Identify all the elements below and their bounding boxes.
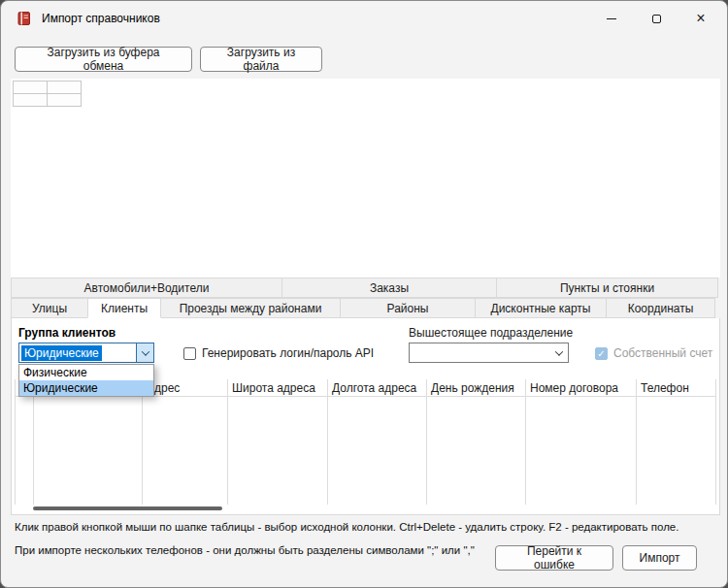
generate-api-checkbox[interactable]: Генерировать логин/пароль API: [183, 346, 374, 360]
own-account-label: Собственный счет: [613, 346, 712, 360]
window-controls: ×: [589, 1, 723, 36]
titlebar: Импорт справочников ×: [1, 1, 727, 36]
tab-row-2: Улицы Клиенты Проезды между районами Рай…: [11, 298, 715, 318]
hint-line-1: Клик правой кнопкой мыши по шапке таблиц…: [15, 521, 678, 533]
app-icon: [17, 11, 32, 26]
dropdown-option-legal-entities[interactable]: Юридические: [19, 380, 153, 396]
tab-streets[interactable]: Улицы: [11, 298, 88, 318]
load-from-clipboard-button[interactable]: Загрузить из буфера обмена: [15, 47, 192, 72]
parent-division-label: Вышестоящее подразделение: [409, 326, 573, 340]
column-separator: [426, 379, 427, 505]
minimize-button[interactable]: [589, 1, 634, 36]
tab-clients[interactable]: Клиенты: [87, 298, 161, 318]
tab-orders[interactable]: Заказы: [281, 278, 497, 298]
scrollbar-thumb[interactable]: [33, 506, 222, 510]
column-header-contract[interactable]: Номер договора: [525, 379, 636, 397]
column-header-birthday[interactable]: День рождения: [426, 379, 525, 397]
import-directories-window: Импорт справочников × Загрузить из буфер…: [0, 0, 728, 588]
column-separator: [227, 379, 228, 505]
tab-row-1: Автомобили+Водители Заказы Пункты и стоя…: [11, 278, 718, 298]
tab-points-parking[interactable]: Пункты и стоянки: [496, 278, 718, 298]
clients-tab-panel: Группа клиентов Юридические Генерировать…: [11, 318, 720, 515]
client-group-label: Группа клиентов: [18, 326, 116, 340]
load-from-file-button[interactable]: Загрузить из файла: [200, 47, 322, 72]
own-account-checkbox: ✓ Собственный счет: [595, 346, 712, 360]
minimize-icon: [607, 18, 616, 19]
goto-error-button[interactable]: Перейти к ошибке: [495, 545, 613, 571]
column-header-longitude[interactable]: Долгота адреса: [327, 379, 426, 397]
client-group-selected-value: Юридические: [21, 345, 102, 361]
tab-districts[interactable]: Районы: [340, 298, 476, 318]
checkbox-checked-icon: ✓: [595, 347, 608, 360]
chevron-down-icon[interactable]: [136, 343, 153, 362]
column-header-address[interactable]: Адрес: [142, 379, 227, 397]
window-title: Импорт справочников: [42, 12, 160, 25]
close-icon: ×: [696, 11, 705, 26]
dropdown-option-individuals[interactable]: Физические: [19, 365, 153, 380]
maximize-icon: [652, 15, 661, 23]
client-group-combobox[interactable]: Юридические: [18, 343, 154, 363]
column-separator: [327, 379, 328, 505]
close-button[interactable]: ×: [678, 1, 723, 36]
generate-api-label: Генерировать логин/пароль API: [202, 346, 374, 360]
tab-discount-cards[interactable]: Дисконтные карты: [475, 298, 607, 318]
client-group-dropdown-list: Физические Юридические: [18, 364, 154, 397]
column-separator: [525, 379, 526, 505]
empty-grid-cells: [13, 81, 82, 107]
column-header-phone[interactable]: Телефон: [636, 379, 715, 397]
horizontal-scrollbar[interactable]: [15, 505, 715, 512]
tab-routes-between-districts[interactable]: Проезды между районами: [160, 298, 341, 318]
column-header-latitude[interactable]: Широта адреса: [227, 379, 327, 397]
maximize-button[interactable]: [634, 1, 678, 36]
column-separator: [142, 379, 143, 505]
chevron-down-icon[interactable]: [550, 343, 568, 362]
import-button[interactable]: Импорт: [622, 545, 697, 571]
column-separator: [15, 379, 16, 505]
tab-coordinates[interactable]: Координаты: [606, 298, 715, 318]
tab-cars-drivers[interactable]: Автомобили+Водители: [11, 278, 282, 298]
column-separator: [636, 379, 637, 505]
source-data-grid[interactable]: [11, 79, 720, 278]
column-separator: [715, 379, 716, 505]
parent-division-combobox[interactable]: [409, 343, 569, 363]
checkbox-unchecked-icon: [183, 347, 196, 360]
hint-line-2: При импорте нескольких телефонов - они д…: [15, 544, 475, 556]
column-separator: [33, 379, 34, 505]
